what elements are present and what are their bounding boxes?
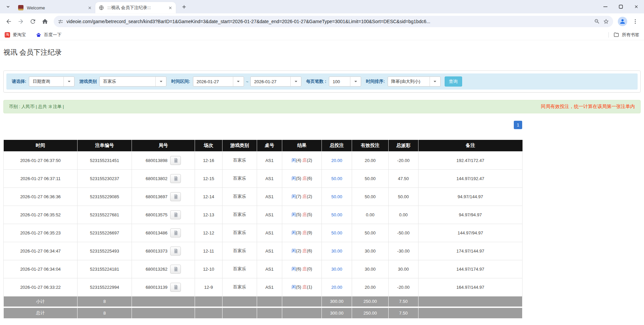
reload-button[interactable] [27,15,39,28]
date-start-picker[interactable]: 2026-01-27 [193,76,244,87]
total-row-cell-payout: 7.50 [389,307,418,318]
cell-session: 12-9 [195,278,222,296]
tab-welcome[interactable]: Welcome [15,2,95,13]
date-end-value: 2026-01-27 [251,79,290,84]
film-icon [173,176,179,181]
url-bar[interactable]: videoie.com/game/betrecord_search/kind3?… [54,16,613,27]
result-player: 闲 [292,284,296,289]
chevron-down-icon[interactable] [430,77,440,86]
currency-summary: 币别 : 人民币 | 总共 :8 注单 | [9,104,64,110]
cell-bet_id: 523155227681 [78,206,132,224]
total-bet-link[interactable]: 20.00 [331,158,342,163]
cell-game: 百家乐 [222,242,257,260]
cell-session: 12-14 [195,187,222,206]
total-bet-link[interactable]: 20.00 [331,285,342,290]
time-sort-value: 降幂(由大到小) [388,78,430,85]
cell-time: 2026-01-27 06:34:04 [4,260,78,278]
summary-bar: 币别 : 人民币 | 总共 :8 注单 | 同局有效投注，统一计算在该局第一张注… [3,100,641,113]
video-replay-button[interactable] [170,174,181,183]
video-replay-button[interactable] [170,265,181,274]
film-icon [173,284,179,290]
query-type-select[interactable]: 日期查询 [29,76,75,87]
home-button[interactable] [39,15,51,28]
tab-title: Welcome [27,5,87,10]
total-bet-link[interactable]: 50.00 [331,212,342,217]
total-bet-link[interactable]: 30.00 [331,249,342,254]
game-kind-select[interactable]: 百家乐 [99,76,166,87]
column-header: 总投注 [322,140,352,151]
cell-result: 闲(5) 庄(5) [282,206,322,224]
minimize-button[interactable] [598,0,613,13]
cell-session: 12-12 [195,224,222,242]
bookmark-label: 爱淘宝 [13,32,26,38]
chevron-down-icon[interactable] [155,77,166,86]
cell-game: 百家乐 [222,260,257,278]
chevron-down-icon[interactable] [63,77,74,86]
cell-total_bet: 50.00 [322,169,352,187]
cell-remark: 94.97/94.97 [418,206,523,224]
result-banker: 庄 [302,176,307,181]
search-button[interactable]: 查询 [445,76,462,87]
bookmark-taobao[interactable]: 淘 爱淘宝 [5,32,26,38]
video-replay-button[interactable] [170,228,181,237]
new-tab-button[interactable] [179,2,189,11]
cell-payout: 0.00 [389,206,418,224]
subtotal-row-cell-bet_id: 8 [78,296,132,307]
forward-button[interactable] [15,15,27,28]
table-row: 2026-01-27 06:37:50523155231451680013898… [4,151,523,169]
tab-search-button[interactable] [3,2,13,11]
chevron-down-icon[interactable] [233,77,244,86]
cell-result: 闲(4) 庄(2) [282,151,322,169]
all-bookmarks-button[interactable]: 所有书签 [613,32,639,38]
cell-table_no: AS1 [257,151,282,169]
date-end-picker[interactable]: 2026-01-27 [250,76,301,87]
total-bet-link[interactable]: 50.00 [331,176,342,181]
video-replay-button[interactable] [170,210,181,219]
cell-table_no: AS1 [257,206,282,224]
site-settings-icon[interactable] [58,19,63,24]
chevron-down-icon[interactable] [350,77,361,86]
cell-result: 闲(2) 庄(6) [282,242,322,260]
cell-time: 2026-01-27 06:34:47 [4,242,78,260]
tab-betrecord[interactable]: :::视讯 会员下注纪录::: [95,2,176,13]
browser-menu-button[interactable] [629,15,641,28]
video-replay-button[interactable] [170,192,181,201]
zoom-out-icon[interactable] [594,18,600,24]
minimize-icon [603,5,607,9]
total-bet-link[interactable]: 50.00 [331,230,342,235]
result-player: 闲 [292,248,296,253]
table-header: 时间注单编号局号场次游戏类别桌号结果总投注有效投注总派彩备注 [4,140,523,151]
per-page-select[interactable]: 100 [329,76,361,87]
close-window-button[interactable] [629,0,644,13]
total-row-cell-remark [418,307,523,318]
bookmark-baidu[interactable]: 百度一下 [36,32,61,38]
browser-toolbar: videoie.com/game/betrecord_search/kind3?… [0,13,644,30]
back-button[interactable] [3,15,15,28]
total-row: 总计8300.00250.007.50 [4,307,523,318]
round-id: 680013373 [146,249,167,254]
video-replay-button[interactable] [170,283,181,292]
close-icon[interactable] [87,5,93,11]
cell-remark: 94.97/144.97 [418,187,523,206]
cell-remark: 192.47/172.47 [418,151,523,169]
chevron-down-icon[interactable] [290,77,301,86]
video-replay-button[interactable] [170,247,181,256]
time-sort-select[interactable]: 降幂(由大到小) [388,76,441,87]
result-banker: 庄 [302,284,307,289]
maximize-button[interactable] [613,0,629,13]
video-replay-button[interactable] [170,156,181,165]
arrow-forward-icon [17,18,24,25]
page-number-button[interactable]: 1 [514,121,522,129]
bookmark-star-icon[interactable] [603,18,609,24]
folder-icon [613,32,619,38]
cell-payout: -30.00 [389,242,418,260]
result-banker: 庄 [302,266,307,271]
total-bet-link[interactable]: 50.00 [331,194,342,199]
close-icon[interactable] [167,5,173,11]
date-start-value: 2026-01-27 [193,79,233,84]
round-id: 680013898 [146,158,167,163]
total-bet-link[interactable]: 30.00 [331,267,342,272]
cell-total_bet: 30.00 [322,242,352,260]
cell-payout: -20.00 [389,278,418,296]
profile-avatar[interactable] [618,17,627,26]
